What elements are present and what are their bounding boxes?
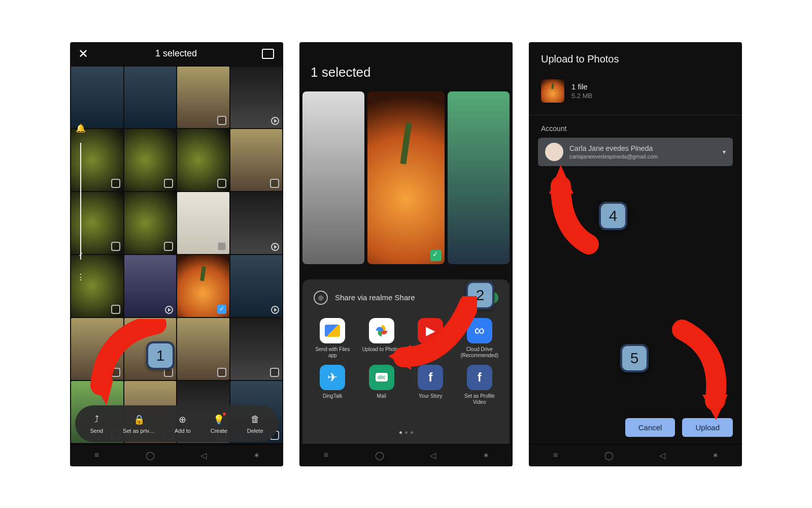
video-thumb[interactable] <box>124 255 177 317</box>
create-button[interactable]: 💡 Create <box>211 414 227 434</box>
home-icon[interactable]: ◯ <box>145 450 156 461</box>
google-photos-icon <box>369 318 394 343</box>
system-navbar: ≡ ◯ ◁ ✶ <box>529 444 742 466</box>
plus-circle-icon: ⊕ <box>177 414 189 426</box>
share-your-story[interactable]: f Your Story <box>409 365 453 406</box>
selected-preview-row[interactable] <box>299 91 513 264</box>
file-count: 1 file <box>571 82 592 91</box>
page-indicator <box>308 426 504 439</box>
step-badge-4: 4 <box>599 202 627 230</box>
dialog-buttons: Cancel Upload <box>529 418 742 444</box>
photo-thumb[interactable] <box>71 67 123 129</box>
dialog-title: Upload to Photos <box>529 42 742 72</box>
preview-thumb[interactable] <box>448 91 510 264</box>
private-label: Set as priv… <box>123 428 155 434</box>
send-label: Send <box>90 428 103 434</box>
back-icon[interactable]: ◁ <box>427 450 438 461</box>
selection-count: 1 selected <box>95 48 257 59</box>
recent-apps-icon[interactable]: ≡ <box>91 450 103 461</box>
photo-thumb[interactable] <box>177 318 229 380</box>
share-cloud-drive[interactable]: ∞ Cloud Drive (Recommended) <box>458 318 502 360</box>
back-icon[interactable]: ◁ <box>657 450 668 461</box>
photo-thumb[interactable] <box>177 255 229 317</box>
upload-button[interactable]: Upload <box>682 418 733 437</box>
send-button[interactable]: ⤴ Send <box>90 414 103 434</box>
photo-thumb[interactable] <box>177 192 229 254</box>
account-section-label: Account <box>529 124 742 133</box>
step-badge-2: 2 <box>466 281 494 309</box>
create-label: Create <box>211 428 227 434</box>
preview-thumb[interactable] <box>302 91 364 264</box>
file-size: 5.2 MB <box>571 92 592 100</box>
app-label: Mail <box>377 393 386 406</box>
app-label: Cloud Drive (Recommended) <box>458 346 502 360</box>
date-scrubber[interactable]: 🔔 ♪ ⋮ <box>72 123 89 282</box>
add-to-button[interactable]: ⊕ Add to <box>175 414 191 434</box>
share-targets-grid: Send with Files app Upload to Photos ▶ Y… <box>308 314 504 410</box>
mail-icon: abc <box>369 365 394 390</box>
addto-label: Add to <box>175 428 191 434</box>
step-badge-1: 1 <box>146 341 175 370</box>
video-thumb[interactable] <box>230 192 283 254</box>
photo-thumb[interactable] <box>230 129 283 191</box>
facebook-story-icon: f <box>418 365 443 390</box>
accessibility-icon[interactable]: ✶ <box>251 450 262 461</box>
delete-button[interactable]: 🗑 Delete <box>247 414 263 434</box>
photo-thumb[interactable] <box>124 192 177 254</box>
gallery-appbar: ✕ 1 selected <box>70 42 283 66</box>
home-icon[interactable]: ◯ <box>603 450 615 461</box>
facebook-profile-icon: f <box>467 365 492 390</box>
delete-label: Delete <box>247 428 263 434</box>
share-icon: ⤴ <box>90 414 103 426</box>
share-google-photos[interactable]: Upload to Photos <box>360 318 404 360</box>
cast-icon[interactable] <box>262 49 274 59</box>
share-youtube[interactable]: ▶ YouTube <box>409 318 453 360</box>
lightbulb-icon: 💡 <box>213 414 225 426</box>
share-dingtalk[interactable]: ✈ DingTalk <box>311 365 355 406</box>
video-thumb[interactable] <box>230 255 283 317</box>
photo-thumb[interactable] <box>124 67 177 129</box>
lock-icon: 🔒 <box>133 414 145 426</box>
music-icon: ♪ <box>79 249 83 258</box>
system-navbar: ≡ ◯ ◁ ✶ <box>70 444 283 466</box>
share-files-app[interactable]: Send with Files app <box>311 318 355 360</box>
photo-thumb[interactable] <box>230 318 283 380</box>
photo-thumb[interactable] <box>124 129 177 191</box>
youtube-icon: ▶ <box>418 318 443 343</box>
share-profile-video[interactable]: f Set as Profile Video <box>458 365 502 406</box>
photo-grid[interactable] <box>70 66 283 444</box>
file-thumbnail <box>541 79 564 103</box>
photo-thumb[interactable] <box>177 129 229 191</box>
dingtalk-icon: ✈ <box>320 365 345 390</box>
recent-apps-icon[interactable]: ≡ <box>321 450 332 461</box>
preview-thumb-selected[interactable] <box>367 91 445 264</box>
back-icon[interactable]: ◁ <box>198 450 209 461</box>
video-thumb[interactable] <box>230 67 283 129</box>
app-label: Your Story <box>419 393 442 406</box>
share-mail[interactable]: abc Mail <box>360 365 404 406</box>
account-selector[interactable]: Carla Jane evedes Pineda carlajaneevedes… <box>538 138 733 166</box>
bell-icon: 🔔 <box>76 123 86 133</box>
app-label: Send with Files app <box>311 346 355 360</box>
chevron-down-icon: ▾ <box>723 148 726 155</box>
selection-action-bar: ⤴ Send 🔒 Set as priv… ⊕ Add to 💡 Create … <box>75 405 278 442</box>
photo-thumb[interactable] <box>71 318 123 380</box>
accessibility-icon[interactable]: ✶ <box>710 450 721 461</box>
accessibility-icon[interactable]: ✶ <box>481 450 492 461</box>
app-label: DingTalk <box>323 393 342 406</box>
system-navbar: ≡ ◯ ◁ ✶ <box>299 444 513 466</box>
recent-apps-icon[interactable]: ≡ <box>550 450 561 461</box>
close-icon[interactable]: ✕ <box>76 47 90 61</box>
annotation-arrow-4 <box>543 163 599 255</box>
screen-share-sheet: 1 selected ◎ Share via realme Share n <box>299 42 513 466</box>
set-private-button[interactable]: 🔒 Set as priv… <box>123 414 155 434</box>
broadcast-icon: ◎ <box>314 291 328 305</box>
cancel-button[interactable]: Cancel <box>625 418 675 437</box>
photo-thumb[interactable] <box>177 67 229 129</box>
app-label: YouTube <box>421 346 441 360</box>
screen-upload-to-photos: Upload to Photos 1 file 5.2 MB Account C… <box>529 42 742 466</box>
checkmark-icon <box>430 250 442 261</box>
step-badge-5: 5 <box>620 344 649 372</box>
avatar <box>545 143 563 161</box>
home-icon[interactable]: ◯ <box>374 450 385 461</box>
